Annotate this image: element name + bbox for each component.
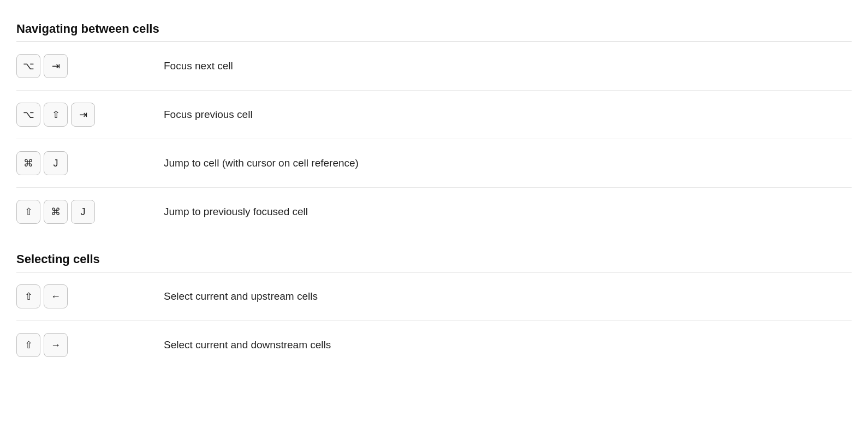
key-badge: ⇥	[71, 103, 95, 127]
shortcut-label: Select current and downstream cells	[164, 339, 331, 351]
keys-area: ⇧←	[16, 284, 147, 308]
keys-area: ⌥⇥	[16, 54, 147, 78]
shortcut-label: Jump to cell (with cursor on cell refere…	[164, 157, 359, 169]
key-badge: ⌘	[16, 151, 40, 175]
key-badge: ⇧	[44, 103, 68, 127]
key-badge: ⌥	[16, 103, 40, 127]
shortcut-row-focus-previous: ⌥⇧⇥Focus previous cell	[16, 91, 852, 139]
shortcut-row-jump-prev-focused: ⇧⌘JJump to previously focused cell	[16, 188, 852, 236]
key-badge: ⇧	[16, 200, 40, 224]
shortcut-row-select-upstream: ⇧←Select current and upstream cells	[16, 272, 852, 321]
shortcut-row-jump-to-cell: ⌘JJump to cell (with cursor on cell refe…	[16, 139, 852, 188]
section-title: Navigating between cells	[16, 22, 852, 36]
key-badge: J	[44, 151, 68, 175]
shortcut-label: Select current and upstream cells	[164, 290, 318, 302]
section-navigating: Navigating between cells⌥⇥Focus next cel…	[16, 22, 852, 236]
key-badge: ⇧	[16, 333, 40, 357]
shortcut-label: Focus previous cell	[164, 109, 253, 121]
key-badge: →	[44, 333, 68, 357]
page-content: Navigating between cells⌥⇥Focus next cel…	[16, 22, 852, 369]
key-badge: ⌘	[44, 200, 68, 224]
keys-area: ⇧→	[16, 333, 147, 357]
section-title: Selecting cells	[16, 252, 852, 266]
key-badge: ⌥	[16, 54, 40, 78]
shortcut-label: Focus next cell	[164, 60, 233, 72]
key-badge: ⇥	[44, 54, 68, 78]
shortcut-label: Jump to previously focused cell	[164, 206, 308, 218]
shortcut-row-focus-next: ⌥⇥Focus next cell	[16, 42, 852, 91]
key-badge: ⇧	[16, 284, 40, 308]
key-badge: J	[71, 200, 95, 224]
key-badge: ←	[44, 284, 68, 308]
keys-area: ⌥⇧⇥	[16, 103, 147, 127]
section-selecting: Selecting cells⇧←Select current and upst…	[16, 252, 852, 369]
keys-area: ⌘J	[16, 151, 147, 175]
keys-area: ⇧⌘J	[16, 200, 147, 224]
shortcut-row-select-downstream: ⇧→Select current and downstream cells	[16, 321, 852, 369]
